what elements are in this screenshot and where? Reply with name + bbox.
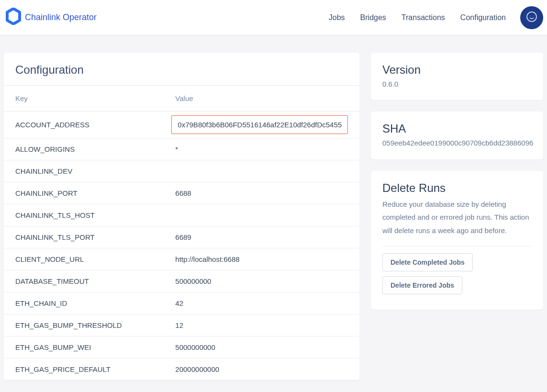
config-value: 5000000000 <box>164 336 359 358</box>
svg-point-0 <box>527 12 536 22</box>
table-row: ETH_GAS_BUMP_WEI5000000000 <box>4 336 359 358</box>
version-value: 0.6.0 <box>382 78 532 90</box>
config-value <box>164 160 359 182</box>
version-title: Version <box>382 63 532 77</box>
config-key: CHAINLINK_TLS_PORT <box>4 226 164 248</box>
table-row: ALLOW_ORIGINS* <box>4 138 359 160</box>
chainlink-hexagon-icon <box>6 8 21 27</box>
nav-transactions[interactable]: Transactions <box>394 8 453 28</box>
nav-right: Jobs Bridges Transactions Configuration <box>321 6 543 29</box>
table-row: ETH_GAS_PRICE_DEFAULT20000000000 <box>4 358 359 381</box>
table-row: CHAINLINK_PORT6688 <box>4 182 359 204</box>
user-avatar[interactable] <box>520 6 543 29</box>
config-key: CHAINLINK_DEV <box>4 160 164 182</box>
table-row: ACCOUNT_ADDRESS0x79B80f3b6B06FD5516146af… <box>4 112 359 138</box>
topbar: Chainlink Operator Jobs Bridges Transact… <box>0 0 547 35</box>
sha-title: SHA <box>382 122 532 135</box>
config-key: ETH_CHAIN_ID <box>4 292 164 314</box>
table-row: CLIENT_NODE_URLhttp://localhost:6688 <box>4 248 359 270</box>
config-key: ACCOUNT_ADDRESS <box>4 112 164 138</box>
highlighted-value: 0x79B80f3b6B06FD5516146af22E10df26dfDc54… <box>171 115 348 134</box>
config-value: 500000000 <box>164 270 359 292</box>
config-value: http://localhost:6688 <box>164 248 359 270</box>
config-value: 6689 <box>164 226 359 248</box>
config-key: ETH_GAS_BUMP_THRESHOLD <box>4 314 164 336</box>
brand-logo[interactable]: Chainlink Operator <box>6 8 97 27</box>
brand-text: Chainlink Operator <box>25 12 97 22</box>
configuration-card: Configuration Key Value ACCOUNT_ADDRESS0… <box>4 53 359 381</box>
config-key: DATABASE_TIMEOUT <box>4 270 164 292</box>
nav-bridges[interactable]: Bridges <box>353 8 394 28</box>
config-value <box>164 204 359 226</box>
delete-completed-jobs-button[interactable]: Delete Completed Jobs <box>382 253 473 271</box>
config-value: 20000000000 <box>164 358 359 381</box>
sha-card: SHA 059eeb42edee0199000c90709cb6dd238860… <box>371 112 543 159</box>
col-key: Key <box>4 86 164 112</box>
delete-runs-desc: Reduce your database size by deleting co… <box>382 198 532 237</box>
col-value: Value <box>164 86 359 112</box>
table-row: CHAINLINK_TLS_PORT6689 <box>4 226 359 248</box>
table-row: ETH_GAS_BUMP_THRESHOLD12 <box>4 314 359 336</box>
version-card: Version 0.6.0 <box>371 53 543 100</box>
table-row: ETH_CHAIN_ID42 <box>4 292 359 314</box>
table-row: CHAINLINK_TLS_HOST <box>4 204 359 226</box>
svg-point-1 <box>530 16 531 16</box>
nav-configuration[interactable]: Configuration <box>453 8 514 28</box>
config-key: CHAINLINK_PORT <box>4 182 164 204</box>
delete-runs-card: Delete Runs Reduce your database size by… <box>371 171 543 310</box>
table-row: DATABASE_TIMEOUT500000000 <box>4 270 359 292</box>
config-key: ALLOW_ORIGINS <box>4 138 164 160</box>
config-value: 0x79B80f3b6B06FD5516146af22E10df26dfDc54… <box>164 112 359 138</box>
nav-jobs[interactable]: Jobs <box>321 8 353 28</box>
config-key: ETH_GAS_PRICE_DEFAULT <box>4 358 164 381</box>
face-icon <box>526 11 537 24</box>
config-value: 12 <box>164 314 359 336</box>
config-key: CLIENT_NODE_URL <box>4 248 164 270</box>
delete-errored-jobs-button[interactable]: Delete Errored Jobs <box>382 276 462 294</box>
config-key: ETH_GAS_BUMP_WEI <box>4 336 164 358</box>
configuration-title: Configuration <box>15 63 348 77</box>
configuration-table: Key Value ACCOUNT_ADDRESS0x79B80f3b6B06F… <box>4 86 359 381</box>
config-value: 6688 <box>164 182 359 204</box>
config-value: 42 <box>164 292 359 314</box>
table-row: CHAINLINK_DEV <box>4 160 359 182</box>
config-value: * <box>164 138 359 160</box>
svg-point-2 <box>533 16 534 16</box>
sha-value: 059eeb42edee0199000c90709cb6dd23886096 <box>382 137 532 148</box>
divider <box>382 246 532 246</box>
delete-runs-title: Delete Runs <box>382 181 532 195</box>
config-key: CHAINLINK_TLS_HOST <box>4 204 164 226</box>
